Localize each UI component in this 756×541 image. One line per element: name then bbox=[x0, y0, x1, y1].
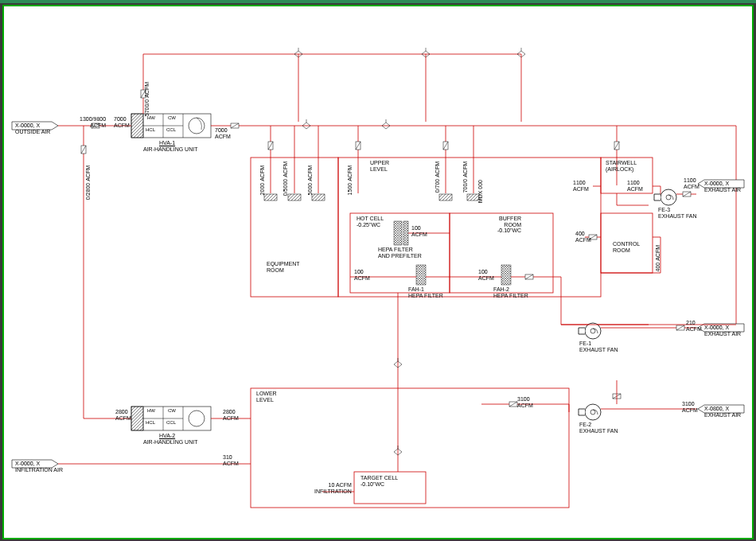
svg-rect-19 bbox=[131, 407, 143, 430]
fe-1-label: FE-1EXHAUST FAN bbox=[579, 341, 618, 352]
lower-level-label: LOWERLEVEL bbox=[256, 391, 277, 403]
flow-hva2-out: 2800ACFM bbox=[223, 409, 239, 421]
flow-main-in: 1300/9800ACFM bbox=[80, 116, 106, 128]
flow-infil: 310ACFM bbox=[223, 454, 239, 466]
flow-hva1-top: 5700/0 ACFM bbox=[144, 82, 150, 116]
fe-2-label: FE-2EXHAUST FAN bbox=[579, 422, 618, 434]
flow-bypass: 0/2800 ACFM bbox=[85, 165, 91, 200]
exhaust-1-text: X-0000, XEXHAUST AIR bbox=[704, 181, 741, 193]
fah-2-icon bbox=[501, 265, 511, 285]
hot-cell-label: HOT CELL-0.25"WC bbox=[357, 216, 384, 228]
svg-rect-12 bbox=[131, 114, 143, 138]
control-room-label: CONTROLROOM bbox=[613, 241, 640, 253]
equipment-room-label: EQUIPMENTROOM bbox=[267, 261, 300, 273]
fah-1-label: FAH-1HEPA FILTER bbox=[408, 286, 443, 298]
fe-2-fan-icon bbox=[579, 404, 601, 420]
svg-rect-21 bbox=[394, 221, 402, 245]
svg-point-13 bbox=[189, 118, 205, 134]
fe-1-fan-icon bbox=[579, 323, 601, 339]
hepa-prefilter-label: HEPA FILTERAND PREFILTER bbox=[378, 247, 422, 259]
upper-level-label: UPPERLEVEL bbox=[370, 160, 389, 172]
hepa-prefilter-icon bbox=[394, 221, 408, 245]
fah-2-label: FAH-2HEPA FILTER bbox=[493, 286, 528, 298]
svg-rect-22 bbox=[403, 221, 408, 245]
stairwell-label: STAIRWELL(AIRLOCK) bbox=[606, 160, 637, 172]
diagram-svg bbox=[4, 6, 752, 538]
flow-hva1-out: 7000ACFM bbox=[215, 127, 231, 139]
fe-3-fan-icon bbox=[654, 189, 676, 205]
infiltration-air-text: X-0000, XINFILTRATION AIR bbox=[15, 461, 63, 473]
flow-infil-small: 10 ACFMINFILTRATION bbox=[314, 482, 352, 494]
buffer-room-label: BUFFERROOM-0.10"WC bbox=[497, 216, 521, 234]
flow-hva1-in: 7000ACFM bbox=[114, 116, 130, 128]
diffuser-icon bbox=[264, 194, 277, 200]
exhaust-2-text: X-0000, XEXHAUST AIR bbox=[704, 325, 741, 337]
hva-1-label: HVA-1 bbox=[159, 140, 175, 146]
fe-3-label: FE-3EXHAUST FAN bbox=[658, 207, 697, 219]
outside-air-text: X-0000, XOUTSIDE AIR bbox=[15, 123, 50, 134]
svg-point-20 bbox=[189, 411, 205, 426]
hva-2-label: HVA-2 bbox=[159, 433, 175, 439]
fah-1-icon bbox=[416, 265, 426, 285]
flow-hva2-in: 2800ACFM bbox=[115, 409, 131, 421]
exhaust-3-text: X-0800, XEXHAUST AIR bbox=[704, 406, 741, 418]
target-cell-label: TARGET CELL-0.10"WC bbox=[360, 475, 398, 487]
hvac-diagram-canvas: X-0000, XOUTSIDE AIR X-0000, XINFILTRATI… bbox=[2, 5, 754, 539]
